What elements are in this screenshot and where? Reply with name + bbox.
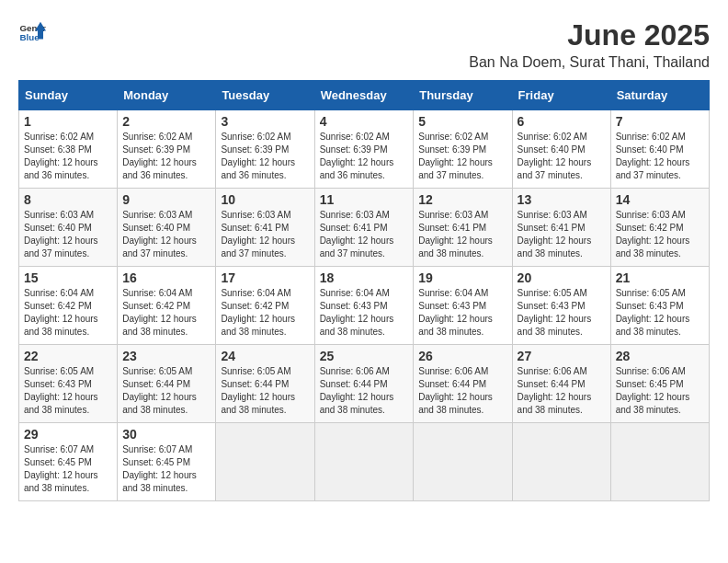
calendar-week-1: 1Sunrise: 6:02 AMSunset: 6:38 PMDaylight…	[19, 110, 710, 189]
calendar-cell-empty-2	[414, 423, 512, 501]
calendar-cell-empty-4	[610, 423, 709, 501]
calendar-cell-19: 19Sunrise: 6:04 AMSunset: 6:43 PMDayligh…	[414, 267, 512, 345]
calendar-cell-10: 10Sunrise: 6:03 AMSunset: 6:41 PMDayligh…	[216, 189, 314, 267]
calendar-cell-empty-0	[216, 423, 314, 501]
calendar-cell-22: 22Sunrise: 6:05 AMSunset: 6:43 PMDayligh…	[19, 345, 118, 423]
header-saturday: Saturday	[610, 81, 709, 110]
calendar-week-3: 15Sunrise: 6:04 AMSunset: 6:42 PMDayligh…	[19, 267, 710, 345]
title-section: June 2025 Ban Na Doem, Surat Thani, Thai…	[469, 18, 710, 71]
calendar-cell-24: 24Sunrise: 6:05 AMSunset: 6:44 PMDayligh…	[216, 345, 314, 423]
calendar-cell-14: 14Sunrise: 6:03 AMSunset: 6:42 PMDayligh…	[610, 189, 709, 267]
calendar-cell-25: 25Sunrise: 6:06 AMSunset: 6:44 PMDayligh…	[314, 345, 414, 423]
calendar-cell-12: 12Sunrise: 6:03 AMSunset: 6:41 PMDayligh…	[414, 189, 512, 267]
header-monday: Monday	[118, 81, 216, 110]
svg-text:Blue: Blue	[20, 32, 40, 42]
calendar-table: SundayMondayTuesdayWednesdayThursdayFrid…	[18, 80, 710, 501]
header-sunday: Sunday	[19, 81, 118, 110]
calendar-cell-28: 28Sunrise: 6:06 AMSunset: 6:45 PMDayligh…	[610, 345, 709, 423]
calendar-cell-9: 9Sunrise: 6:03 AMSunset: 6:40 PMDaylight…	[118, 189, 216, 267]
logo: General Blue	[18, 18, 46, 46]
page-title: June 2025	[469, 18, 710, 52]
page-subtitle: Ban Na Doem, Surat Thani, Thailand	[469, 54, 710, 71]
calendar-cell-18: 18Sunrise: 6:04 AMSunset: 6:43 PMDayligh…	[314, 267, 414, 345]
calendar-cell-2: 2Sunrise: 6:02 AMSunset: 6:39 PMDaylight…	[118, 110, 216, 189]
calendar-cell-6: 6Sunrise: 6:02 AMSunset: 6:40 PMDaylight…	[512, 110, 610, 189]
calendar-cell-27: 27Sunrise: 6:06 AMSunset: 6:44 PMDayligh…	[512, 345, 610, 423]
logo-icon: General Blue	[18, 18, 46, 46]
calendar-week-2: 8Sunrise: 6:03 AMSunset: 6:40 PMDaylight…	[19, 189, 710, 267]
calendar-week-5: 29Sunrise: 6:07 AMSunset: 6:45 PMDayligh…	[19, 423, 710, 501]
calendar-cell-15: 15Sunrise: 6:04 AMSunset: 6:42 PMDayligh…	[19, 267, 118, 345]
header-tuesday: Tuesday	[216, 81, 314, 110]
calendar-cell-11: 11Sunrise: 6:03 AMSunset: 6:41 PMDayligh…	[314, 189, 414, 267]
calendar-cell-29: 29Sunrise: 6:07 AMSunset: 6:45 PMDayligh…	[19, 423, 118, 501]
page-header: General Blue June 2025 Ban Na Doem, Sura…	[18, 18, 710, 71]
calendar-cell-26: 26Sunrise: 6:06 AMSunset: 6:44 PMDayligh…	[414, 345, 512, 423]
calendar-cell-empty-3	[512, 423, 610, 501]
calendar-cell-4: 4Sunrise: 6:02 AMSunset: 6:39 PMDaylight…	[314, 110, 414, 189]
calendar-cell-17: 17Sunrise: 6:04 AMSunset: 6:42 PMDayligh…	[216, 267, 314, 345]
calendar-cell-5: 5Sunrise: 6:02 AMSunset: 6:39 PMDaylight…	[414, 110, 512, 189]
calendar-cell-8: 8Sunrise: 6:03 AMSunset: 6:40 PMDaylight…	[19, 189, 118, 267]
calendar-cell-empty-1	[314, 423, 414, 501]
calendar-cell-3: 3Sunrise: 6:02 AMSunset: 6:39 PMDaylight…	[216, 110, 314, 189]
calendar-cell-21: 21Sunrise: 6:05 AMSunset: 6:43 PMDayligh…	[610, 267, 709, 345]
calendar-cell-20: 20Sunrise: 6:05 AMSunset: 6:43 PMDayligh…	[512, 267, 610, 345]
calendar-cell-30: 30Sunrise: 6:07 AMSunset: 6:45 PMDayligh…	[118, 423, 216, 501]
calendar-header-row: SundayMondayTuesdayWednesdayThursdayFrid…	[19, 81, 710, 110]
calendar-cell-7: 7Sunrise: 6:02 AMSunset: 6:40 PMDaylight…	[610, 110, 709, 189]
calendar-cell-23: 23Sunrise: 6:05 AMSunset: 6:44 PMDayligh…	[118, 345, 216, 423]
header-thursday: Thursday	[414, 81, 512, 110]
calendar-week-4: 22Sunrise: 6:05 AMSunset: 6:43 PMDayligh…	[19, 345, 710, 423]
calendar-cell-16: 16Sunrise: 6:04 AMSunset: 6:42 PMDayligh…	[118, 267, 216, 345]
header-wednesday: Wednesday	[314, 81, 414, 110]
header-friday: Friday	[512, 81, 610, 110]
calendar-cell-13: 13Sunrise: 6:03 AMSunset: 6:41 PMDayligh…	[512, 189, 610, 267]
calendar-cell-1: 1Sunrise: 6:02 AMSunset: 6:38 PMDaylight…	[19, 110, 118, 189]
